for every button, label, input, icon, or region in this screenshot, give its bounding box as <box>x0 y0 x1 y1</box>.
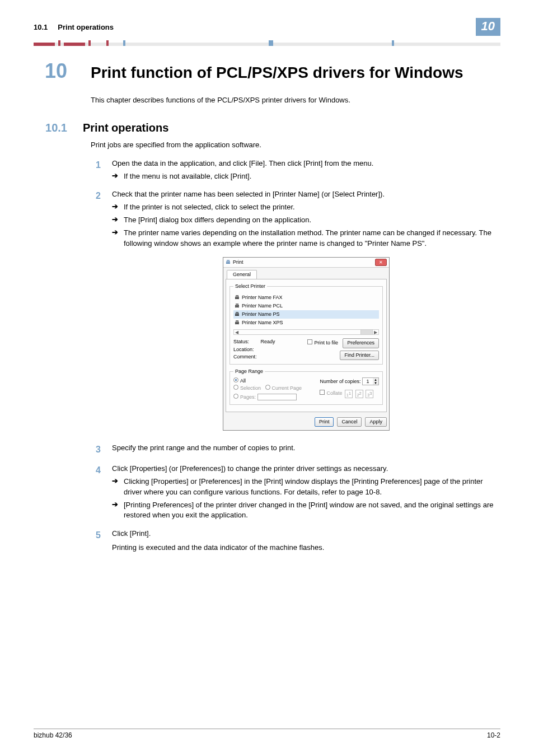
arrow-icon: ➔ <box>112 477 118 498</box>
step-4-text: Click [Properties] (or [Preferences]) to… <box>112 464 500 474</box>
spinner-down-icon[interactable]: ▼ <box>373 381 378 385</box>
chapter-intro: This chapter describes functions of the … <box>91 95 500 106</box>
step-4-sub-2: [Printing Preferences] of the printer dr… <box>124 500 500 521</box>
list-item-label: Printer Name XPS <box>242 319 283 326</box>
page-range-legend: Page Range <box>233 368 265 375</box>
collate-icon: 22 <box>355 390 363 398</box>
printer-icon: 🖶 <box>235 311 240 318</box>
list-item-label: Printer Name PS <box>242 311 280 318</box>
list-item-label: Printer Name PCL <box>242 302 283 310</box>
collate-label: Collate <box>326 390 342 396</box>
section-intro: Print jobs are specified from the applic… <box>91 140 500 151</box>
step-4-num: 4 <box>91 464 101 477</box>
list-item[interactable]: 🖶Printer Name XPS <box>233 319 379 327</box>
step-5-text: Click [Print]. <box>112 529 500 539</box>
radio-selection[interactable] <box>233 385 238 390</box>
step-5-num: 5 <box>91 529 101 542</box>
tab-general[interactable]: General <box>227 270 257 279</box>
step-2-num: 2 <box>91 189 101 202</box>
step-3-text: Specify the print range and the number o… <box>112 443 500 454</box>
footer-page: 10-2 <box>487 731 500 739</box>
list-item[interactable]: 🖶Printer Name PS <box>233 310 379 319</box>
pages-input[interactable] <box>257 394 297 400</box>
radio-pages[interactable] <box>233 394 238 399</box>
print-button[interactable]: Print <box>315 417 334 427</box>
location-label: Location: <box>233 346 254 353</box>
step-2-text: Check that the printer name has been sel… <box>112 189 500 200</box>
preferences-button[interactable]: Preferences <box>343 338 379 348</box>
footer-model: bizhub 42/36 <box>34 731 72 739</box>
running-header: 10.1 Print operations <box>34 23 114 31</box>
step-2-sub-2: The [Print] dialog box differs depending… <box>124 215 311 226</box>
select-printer-legend: Select Printer <box>233 283 267 290</box>
chapter-title: Print function of PCL/PS/XPS drivers for… <box>91 64 463 82</box>
radio-selection-label: Selection <box>240 385 261 391</box>
print-dialog: 🖶 Print ✕ General Select Printer <box>223 257 390 431</box>
step-1-sub-1: If the menu is not available, click [Pri… <box>124 171 251 182</box>
cancel-button[interactable]: Cancel <box>337 417 362 427</box>
arrow-icon: ➔ <box>112 202 118 213</box>
collate-checkbox[interactable] <box>320 390 325 395</box>
header-section-title: Print operations <box>58 23 114 31</box>
chapter-badge: 10 <box>476 18 500 36</box>
arrow-icon: ➔ <box>112 500 118 521</box>
step-1-num: 1 <box>91 158 101 171</box>
arrow-icon: ➔ <box>112 171 118 182</box>
step-5-after: Printing is executed and the data indica… <box>112 543 500 553</box>
chapter-number: 10 <box>34 59 67 83</box>
step-4-sub-1: Clicking [Properties] or [Preferences] i… <box>124 477 500 498</box>
copies-value: 1 <box>363 378 373 385</box>
collate-icon: 33 <box>366 390 373 398</box>
status-label: Status: <box>233 338 259 346</box>
list-item-label: Printer Name FAX <box>242 294 283 301</box>
list-item[interactable]: 🖶Printer Name PCL <box>233 302 379 310</box>
printer-icon: 🖶 <box>226 259 231 266</box>
printer-list[interactable]: 🖶Printer Name FAX 🖶Printer Name PCL 🖶Pri… <box>233 293 379 327</box>
printer-icon: 🖶 <box>235 302 240 310</box>
comment-label: Comment: <box>233 353 257 361</box>
arrow-icon: ➔ <box>112 228 118 249</box>
arrow-icon: ➔ <box>112 215 118 226</box>
section-title: Print operations <box>83 122 168 134</box>
horizontal-scrollbar[interactable]: ◀ ▶ <box>233 329 379 335</box>
printer-icon: 🖶 <box>235 319 240 326</box>
scroll-thumb[interactable] <box>360 330 373 334</box>
copies-spinner[interactable]: 1 ▲▼ <box>362 377 379 385</box>
step-1-text: Open the data in the application, and cl… <box>112 158 500 169</box>
list-item[interactable]: 🖶Printer Name FAX <box>233 293 379 302</box>
step-3-num: 3 <box>91 443 101 456</box>
status-value: Ready <box>261 339 275 344</box>
print-to-file-checkbox[interactable] <box>307 339 312 344</box>
step-2-sub-3: The printer name varies depending on the… <box>124 228 500 249</box>
print-to-file-label: Print to file <box>314 340 338 346</box>
chapter-heading: 10 Print function of PCL/PS/XPS drivers … <box>34 59 500 83</box>
scroll-left-icon[interactable]: ◀ <box>234 329 240 336</box>
scroll-right-icon[interactable]: ▶ <box>373 329 378 336</box>
close-button[interactable]: ✕ <box>375 259 387 267</box>
step-2-sub-1: If the printer is not selected, click to… <box>124 202 295 213</box>
apply-button[interactable]: Apply <box>365 417 387 427</box>
radio-current-page[interactable] <box>265 385 270 390</box>
radio-all[interactable] <box>233 377 238 382</box>
copies-label: Number of copies: <box>320 379 360 384</box>
decorative-rule <box>34 40 500 46</box>
find-printer-button[interactable]: Find Printer... <box>340 351 379 360</box>
header-section-num: 10.1 <box>34 23 48 31</box>
radio-all-label: All <box>240 378 246 384</box>
section-number: 10.1 <box>34 122 67 134</box>
collate-icon: 11 <box>345 390 353 398</box>
radio-pages-label: Pages: <box>240 394 256 400</box>
radio-current-page-label: Current Page <box>272 385 302 391</box>
printer-icon: 🖶 <box>235 294 240 301</box>
dialog-title: Print <box>233 259 243 266</box>
